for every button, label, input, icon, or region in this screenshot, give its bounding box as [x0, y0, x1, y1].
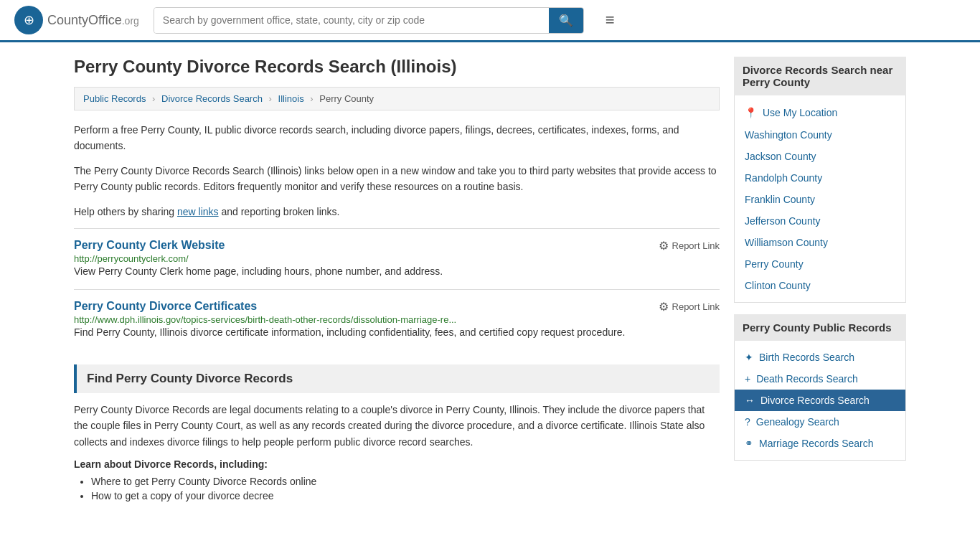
- use-my-location[interactable]: 📍 Use My Location: [735, 101, 905, 124]
- death-records-link[interactable]: + Death Records Search: [735, 368, 905, 390]
- sidebar-williamson-county[interactable]: Williamson County: [735, 232, 905, 253]
- sidebar-jefferson-county[interactable]: Jefferson County: [735, 210, 905, 232]
- sidebar-franklin-county[interactable]: Franklin County: [735, 189, 905, 210]
- site-logo[interactable]: ⊕ CountyOffice.org: [14, 6, 139, 34]
- section-heading: Find Perry County Divorce Records: [74, 364, 720, 393]
- description-3: Help others by sharing new links and rep…: [74, 204, 720, 220]
- page-title: Perry County Divorce Records Search (Ill…: [74, 57, 720, 77]
- public-records-section: Perry County Public Records ✦ Birth Reco…: [734, 314, 906, 461]
- report-icon-2: ⚙: [659, 300, 669, 314]
- result-desc-2: Find Perry County, Illinois divorce cert…: [74, 325, 720, 340]
- main-container: Perry County Divorce Records Search (Ill…: [60, 42, 920, 519]
- logo-icon: ⊕: [14, 6, 43, 34]
- search-bar: 🔍: [154, 7, 584, 34]
- sidebar-perry-county[interactable]: Perry County: [735, 253, 905, 275]
- result-title-2[interactable]: Perry County Divorce Certificates: [74, 300, 257, 313]
- sidebar-clinton-county[interactable]: Clinton County: [735, 275, 905, 296]
- public-records-title: Perry County Public Records: [734, 314, 906, 341]
- bullet-1: Where to get Perry County Divorce Record…: [91, 476, 720, 487]
- site-header: ⊕ CountyOffice.org 🔍 ≡: [0, 0, 980, 42]
- breadcrumb-divorce-records[interactable]: Divorce Records Search: [161, 93, 263, 104]
- death-icon: +: [745, 373, 750, 385]
- logo-text: CountyOffice.org: [47, 13, 139, 28]
- birth-icon: ✦: [745, 352, 753, 363]
- breadcrumb-illinois[interactable]: Illinois: [278, 93, 304, 104]
- marriage-icon: ⚭: [745, 438, 753, 449]
- result-url-1[interactable]: http://perrycountyclerk.com/: [74, 253, 189, 264]
- result-title-1[interactable]: Perry County Clerk Website: [74, 239, 225, 252]
- breadcrumb-perry-county: Perry County: [319, 93, 374, 104]
- sidebar-randolph-county[interactable]: Randolph County: [735, 167, 905, 189]
- learn-heading: Learn about Divorce Records, including:: [74, 458, 720, 470]
- report-link-1[interactable]: ⚙ Report Link: [659, 239, 720, 253]
- breadcrumb-public-records[interactable]: Public Records: [83, 93, 146, 104]
- sidebar-jackson-county[interactable]: Jackson County: [735, 146, 905, 167]
- search-button[interactable]: 🔍: [549, 8, 583, 33]
- marriage-records-link[interactable]: ⚭ Marriage Records Search: [735, 433, 905, 454]
- nearby-section-content: 📍 Use My Location Washington County Jack…: [734, 95, 906, 303]
- divorce-icon: ↔: [745, 395, 755, 406]
- genealogy-icon: ?: [745, 416, 750, 428]
- location-icon: 📍: [745, 107, 757, 118]
- nearby-section: Divorce Records Search near Perry County…: [734, 57, 906, 303]
- nearby-section-title: Divorce Records Search near Perry County: [734, 57, 906, 95]
- genealogy-link[interactable]: ? Genealogy Search: [735, 411, 905, 433]
- birth-records-link[interactable]: ✦ Birth Records Search: [735, 347, 905, 368]
- description-1: Perform a free Perry County, IL public d…: [74, 122, 720, 154]
- result-desc-1: View Perry County Clerk home page, inclu…: [74, 264, 720, 279]
- main-content: Perry County Divorce Records Search (Ill…: [74, 57, 720, 504]
- description-2: The Perry County Divorce Records Search …: [74, 163, 720, 195]
- sidebar-washington-county[interactable]: Washington County: [735, 124, 905, 146]
- public-records-content: ✦ Birth Records Search + Death Records S…: [734, 341, 906, 461]
- menu-button[interactable]: ≡: [606, 11, 615, 29]
- body-text: Perry County Divorce Records are legal d…: [74, 402, 720, 450]
- result-card-2: Perry County Divorce Certificates ⚙ Repo…: [74, 289, 720, 350]
- breadcrumb: Public Records › Divorce Records Search …: [74, 87, 720, 110]
- result-url-2[interactable]: http://www.dph.illinois.gov/topics-servi…: [74, 314, 456, 325]
- sidebar: Divorce Records Search near Perry County…: [734, 57, 906, 504]
- divorce-records-link[interactable]: ↔ Divorce Records Search: [735, 390, 905, 411]
- bullet-2: How to get a copy of your divorce decree: [91, 490, 720, 501]
- report-link-2[interactable]: ⚙ Report Link: [659, 300, 720, 314]
- report-icon-1: ⚙: [659, 239, 669, 253]
- new-links-link[interactable]: new links: [177, 206, 219, 217]
- search-input[interactable]: [154, 8, 549, 33]
- bullet-list: Where to get Perry County Divorce Record…: [74, 476, 720, 501]
- result-card-1: Perry County Clerk Website ⚙ Report Link…: [74, 228, 720, 289]
